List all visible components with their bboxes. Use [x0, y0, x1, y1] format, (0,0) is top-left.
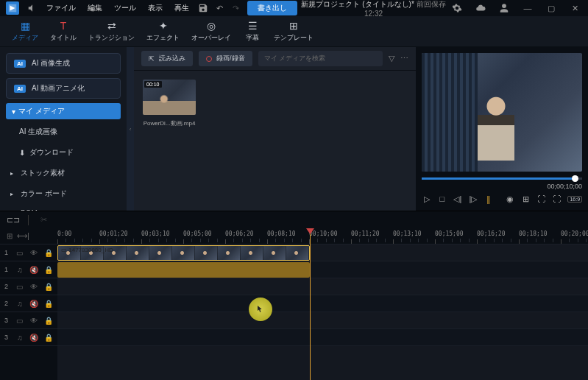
track-header-3v[interactable]: 3▭👁🔒: [0, 312, 57, 329]
visibility-icon[interactable]: 👁: [29, 316, 38, 326]
preview-progress[interactable]: [422, 177, 582, 180]
lock-icon[interactable]: 🔒: [44, 282, 53, 292]
tab-subtitle[interactable]: ☰字幕: [237, 17, 268, 46]
lock-icon[interactable]: 🔒: [44, 333, 53, 342]
media-icon: ▦: [21, 20, 30, 32]
track-header-1a[interactable]: 1♫🔇🔒: [0, 261, 57, 278]
redo-icon[interactable]: ↷: [228, 1, 243, 15]
tab-transition[interactable]: ⇄トランジション: [82, 17, 141, 46]
export-button[interactable]: 書き出し: [247, 1, 297, 15]
media-panel: ⇱読み込み 録画/録音 マイ メディアを検索 ▽ ⋯ 00:10 PowerDi…: [134, 47, 416, 211]
stop-button[interactable]: □: [437, 193, 447, 205]
timeline-cut-icon[interactable]: ✂: [36, 214, 51, 227]
minimize-icon[interactable]: —: [520, 1, 535, 15]
marker-icon[interactable]: ‖: [484, 193, 494, 205]
track-lane[interactable]: [57, 329, 588, 346]
prev-frame-button[interactable]: ◁|: [453, 193, 462, 205]
subtitle-icon: ☰: [248, 20, 258, 32]
close-icon[interactable]: ✕: [567, 1, 582, 15]
save-icon[interactable]: [196, 1, 210, 15]
loop-icon[interactable]: ◉: [506, 193, 515, 205]
preview-time: 00;00;10;00: [547, 183, 582, 190]
download-icon: ⬇: [19, 149, 25, 157]
tab-overlay[interactable]: ◎オーバーレイ: [185, 17, 237, 46]
track-lane[interactable]: [57, 312, 588, 329]
mute-icon[interactable]: 🔇: [29, 333, 38, 342]
track-lane[interactable]: ▭ 1477830880_HD: [57, 244, 588, 261]
sidebar-item-colorboard[interactable]: カラー ボード: [6, 186, 121, 202]
track-lane[interactable]: [57, 346, 588, 380]
menu-tool[interactable]: ツール: [109, 1, 141, 15]
visibility-icon[interactable]: 👁: [29, 248, 38, 258]
mute-icon[interactable]: 🔇: [29, 265, 38, 275]
media-thumbnail: 00:10: [143, 80, 196, 115]
next-frame-button[interactable]: |▷: [468, 193, 478, 205]
ai-video-button[interactable]: AIAI 動画アニメ化: [6, 78, 121, 99]
mute-icon[interactable]: 🔇: [29, 299, 38, 309]
account-icon[interactable]: [497, 1, 511, 15]
tab-template[interactable]: ⊞テンプレート: [268, 17, 319, 46]
track-header-1v[interactable]: 1▭👁🔒: [0, 244, 57, 261]
video-clip[interactable]: ▭ 1477830880_HD: [57, 245, 310, 261]
fullscreen-icon[interactable]: ⛶: [552, 193, 562, 205]
snapshot-icon[interactable]: ⛶: [536, 193, 546, 205]
aspect-ratio[interactable]: 16:9: [567, 196, 582, 203]
track-header-2v[interactable]: 2▭👁🔒: [0, 278, 57, 295]
record-icon: [206, 56, 212, 62]
play-button[interactable]: ▷: [422, 193, 431, 205]
sidebar-item-ai-generated[interactable]: AI 生成画像: [6, 124, 121, 140]
tab-media[interactable]: ▦メディア: [6, 17, 44, 46]
timeline-split-icon[interactable]: ⊏⊐: [6, 214, 21, 227]
snap-icon[interactable]: ⟷|: [18, 231, 28, 241]
media-filename: PowerDi...動画.mp4: [143, 119, 196, 127]
my-media-header[interactable]: ▾マイ メディア: [6, 103, 121, 119]
ai-badge-icon: AI: [14, 60, 26, 68]
lock-icon[interactable]: 🔒: [44, 265, 53, 275]
track-header-2a[interactable]: 2♫🔇🔒: [0, 295, 57, 312]
track-header-3a[interactable]: 3♫🔇🔒: [0, 329, 57, 346]
track-lane[interactable]: [57, 295, 588, 312]
search-input[interactable]: マイ メディアを検索: [258, 51, 383, 66]
timeline-ruler[interactable]: 0:0000;01;2000;03;1000;05;0000;06;2000;0…: [57, 228, 588, 244]
tab-title[interactable]: Tタイトル: [44, 17, 82, 46]
media-item[interactable]: 00:10 PowerDi...動画.mp4: [143, 80, 196, 127]
sidebar-item-stock[interactable]: ストック素材: [6, 165, 121, 181]
cloud-icon[interactable]: [473, 1, 488, 15]
undo-icon[interactable]: ↶: [212, 1, 227, 15]
menu-play[interactable]: 再生: [169, 1, 194, 15]
menu-edit[interactable]: 編集: [82, 1, 107, 15]
volume-icon[interactable]: [25, 1, 40, 15]
lock-icon[interactable]: 🔒: [44, 316, 53, 326]
playhead[interactable]: [310, 228, 311, 380]
import-icon: ⇱: [149, 55, 155, 63]
filter-icon[interactable]: ▽: [389, 54, 394, 63]
sidebar-item-bgm[interactable]: BGM: [6, 206, 121, 211]
import-button[interactable]: ⇱読み込み: [141, 51, 193, 66]
sidebar-item-download[interactable]: ⬇ダウンロード: [6, 144, 121, 161]
settings-icon[interactable]: [450, 1, 464, 15]
ai-image-button[interactable]: AIAI 画像生成: [6, 53, 121, 74]
preview-video[interactable]: [422, 53, 582, 172]
template-icon: ⊞: [289, 20, 298, 32]
menu-file[interactable]: ファイル: [41, 1, 81, 15]
lock-icon[interactable]: 🔒: [44, 248, 53, 258]
grid-icon[interactable]: ⊞: [521, 193, 531, 205]
transition-icon: ⇄: [107, 20, 116, 32]
more-icon[interactable]: ⋯: [400, 54, 408, 63]
track-settings-icon[interactable]: ⊞: [4, 231, 14, 241]
track-lane[interactable]: [57, 278, 588, 295]
timeline-content[interactable]: 0:0000;01;2000;03;1000;05;0000;06;2000;0…: [57, 228, 588, 380]
effect-icon: ✦: [159, 20, 168, 32]
menu-view[interactable]: 表示: [143, 1, 168, 15]
maximize-icon[interactable]: ▢: [544, 1, 559, 15]
ai-badge-icon: AI: [14, 85, 26, 93]
lock-icon[interactable]: 🔒: [44, 299, 53, 309]
track-lane[interactable]: [57, 261, 588, 278]
app-logo: [6, 1, 19, 15]
record-button[interactable]: 録画/録音: [199, 51, 252, 66]
visibility-icon[interactable]: 👁: [29, 282, 38, 292]
audio-clip[interactable]: [57, 262, 310, 278]
tab-effect[interactable]: ✦エフェクト: [141, 17, 185, 46]
sidebar-collapse[interactable]: ‹: [127, 47, 134, 211]
overlay-icon: ◎: [207, 20, 216, 32]
